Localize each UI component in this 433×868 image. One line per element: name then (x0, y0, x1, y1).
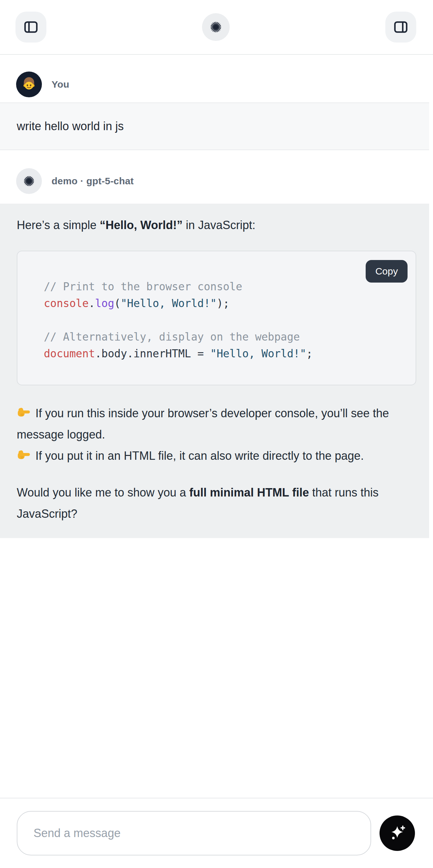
user-avatar (16, 71, 42, 97)
assistant-message-header: demo · gpt-5-chat (0, 168, 433, 194)
user-message-text: write hello world in js (17, 120, 416, 133)
panel-right-icon (392, 19, 409, 36)
user-message-header: You (0, 71, 433, 97)
starburst-icon (23, 175, 35, 188)
chat-transcript: You write hello world in js (0, 71, 433, 538)
top-bar (0, 0, 433, 55)
assistant-question-text: Would you like me to show you a full min… (17, 482, 416, 525)
assistant-message-bubble: Here’s a simple “Hello, World!” in JavaS… (0, 204, 433, 538)
message-input-container (17, 811, 371, 856)
assistant-author-label: demo · gpt-5-chat (52, 176, 134, 187)
scrollbar-gutter[interactable] (429, 55, 433, 797)
point-right-emoji-icon (17, 405, 31, 420)
starburst-icon (209, 20, 223, 34)
user-message-bubble: write hello world in js (0, 102, 433, 150)
code-block: Copy // Print to the browser console con… (17, 251, 416, 385)
composer-bar (0, 798, 433, 868)
assistant-intro-text: Here’s a simple “Hello, World!” in JavaS… (17, 215, 416, 236)
assistant-avatar (16, 168, 42, 194)
person-emoji-icon (20, 75, 38, 94)
code-content: // Print to the browser console console.… (44, 278, 398, 362)
panel-toggle-button[interactable] (385, 11, 416, 42)
point-right-emoji-icon (17, 448, 31, 462)
chat-app: You write hello world in js (0, 0, 433, 868)
copy-button[interactable]: Copy (366, 260, 407, 283)
user-author-label: You (52, 79, 69, 90)
sparkles-icon (388, 824, 407, 843)
panel-left-icon (22, 19, 40, 36)
message-input[interactable] (33, 827, 354, 840)
model-button[interactable] (202, 13, 230, 41)
assistant-tips-text: If you run this inside your browser’s de… (17, 403, 416, 467)
sidebar-toggle-button[interactable] (16, 11, 47, 42)
send-button[interactable] (379, 815, 415, 851)
